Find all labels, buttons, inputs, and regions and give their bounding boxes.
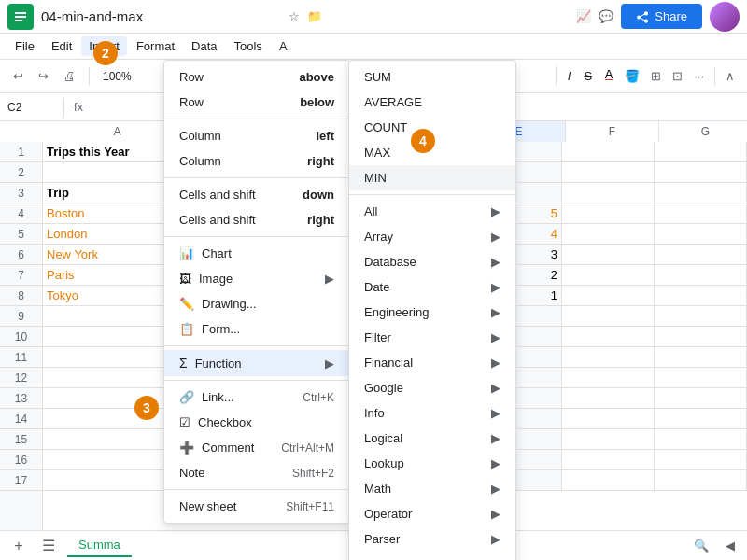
more-button[interactable]: ··· [689, 66, 709, 86]
cell-f7[interactable] [562, 265, 655, 286]
col-right-item[interactable]: Column right [164, 148, 349, 174]
image-item[interactable]: 🖼Image ▶ [164, 266, 349, 291]
cells-shift-right-item[interactable]: Cells and shift right [164, 207, 349, 232]
cell-g9[interactable] [655, 306, 747, 327]
collapse-toolbar-button[interactable]: ∧ [721, 66, 740, 86]
link-item[interactable]: 🔗Link... Ctrl+K [164, 385, 349, 410]
cells-shift-down-item[interactable]: Cells and shift down [164, 182, 349, 207]
form-item[interactable]: 📋Form... [164, 316, 349, 342]
drawing-item[interactable]: ✏️Drawing... [164, 291, 349, 316]
max-item[interactable]: MAX [349, 140, 515, 165]
cell-g10[interactable] [655, 327, 747, 347]
row-11: 11 [0, 347, 42, 368]
info-item[interactable]: Info▶ [349, 400, 515, 426]
cell-g1[interactable] [655, 142, 747, 162]
database-item[interactable]: Database▶ [349, 249, 515, 274]
cell-f1[interactable] [562, 142, 655, 162]
italic-button[interactable]: I [562, 66, 577, 86]
comment-icon[interactable]: 💬 [599, 9, 613, 23]
menu-sheets-button[interactable]: ☰ [37, 535, 60, 557]
arrow-icon: ▶ [491, 431, 500, 445]
menu-tools[interactable]: Tools [227, 36, 270, 56]
parser-item[interactable]: Parser▶ [349, 526, 515, 552]
row-4: 4 [0, 203, 42, 224]
cell-g5[interactable] [655, 224, 747, 245]
cell-reference[interactable]: C2 [7, 101, 54, 114]
google-item[interactable]: Google▶ [349, 375, 515, 400]
financial-item[interactable]: Financial▶ [349, 350, 515, 375]
cell-f4[interactable] [562, 203, 655, 224]
cell-g2[interactable] [655, 162, 747, 183]
print-button[interactable]: 🖨 [58, 65, 81, 87]
folder-icon[interactable]: 📁 [307, 9, 322, 23]
sum-item[interactable]: SUM [349, 64, 515, 90]
chart-icon[interactable]: 📈 [576, 9, 591, 23]
insert-dropdown[interactable]: Row above Row below Column left Column r… [163, 60, 350, 524]
max-label: MAX [364, 146, 390, 160]
lookup-item[interactable]: Lookup▶ [349, 451, 515, 476]
engineering-item[interactable]: Engineering▶ [349, 300, 515, 325]
menu-data[interactable]: Data [184, 36, 224, 56]
cell-g7[interactable] [655, 265, 747, 286]
cell-g6[interactable] [655, 245, 747, 265]
add-sheet-button[interactable]: + [7, 535, 30, 557]
arrow-icon: ▶ [491, 230, 500, 244]
comment-icon2: ➕ [179, 441, 194, 455]
array-item[interactable]: Array▶ [349, 224, 515, 249]
redo-button[interactable]: ↪ [33, 65, 54, 87]
count-label: COUNT [364, 120, 407, 134]
menu-file[interactable]: File [7, 36, 42, 56]
sep [164, 119, 349, 119]
undo-button[interactable]: ↩ [7, 65, 29, 87]
all-item[interactable]: All▶ [349, 199, 515, 224]
cell-g8[interactable] [655, 286, 747, 306]
cell-f5[interactable] [562, 224, 655, 245]
min-item[interactable]: MIN [349, 165, 515, 190]
sheet-tab-summa[interactable]: Summa [67, 534, 132, 557]
cell-f6[interactable] [562, 245, 655, 265]
star-icon[interactable]: ☆ [289, 9, 300, 23]
merge-button[interactable]: ⊡ [668, 66, 687, 86]
date-item[interactable]: Date▶ [349, 274, 515, 300]
zoom-level[interactable]: 100% [97, 68, 137, 85]
operator-item[interactable]: Operator▶ [349, 501, 515, 526]
scroll-left-button[interactable]: ◀ [721, 536, 740, 555]
borders-button[interactable]: ⊞ [646, 66, 666, 86]
cell-g4[interactable] [655, 203, 747, 224]
strikethrough-button[interactable]: S [578, 66, 598, 86]
note-item[interactable]: Note Shift+F2 [164, 460, 349, 485]
new-sheet-item[interactable]: New sheet Shift+F11 [164, 494, 349, 519]
cell-f9[interactable] [562, 306, 655, 327]
cell-f3[interactable] [562, 183, 655, 203]
comment-item[interactable]: ➕Comment Ctrl+Alt+M [164, 435, 349, 460]
share-button[interactable]: Share [621, 4, 702, 29]
cell-f10[interactable] [562, 327, 655, 347]
form-icon: 📋 [179, 322, 194, 336]
fill-color-button[interactable]: 🪣 [620, 66, 644, 86]
row-below-item[interactable]: Row below [164, 90, 349, 115]
cell-g3[interactable] [655, 183, 747, 203]
function-item[interactable]: ΣFunction ▶ [164, 350, 349, 376]
menu-insert[interactable]: Insert [81, 36, 127, 56]
menu-format[interactable]: Format [129, 36, 182, 56]
cell-f2[interactable] [562, 162, 655, 183]
cell-f8[interactable] [562, 286, 655, 306]
text-color-button[interactable]: A [599, 67, 618, 86]
checkbox-item[interactable]: ☑Checkbox [164, 410, 349, 435]
function-submenu[interactable]: SUM AVERAGE COUNT MAX MIN All▶ Array▶ Da… [348, 60, 516, 560]
math-item[interactable]: Math▶ [349, 476, 515, 501]
filter-item[interactable]: Filter▶ [349, 325, 515, 350]
menu-edit[interactable]: Edit [44, 36, 79, 56]
top-icons: 📈 💬 [576, 9, 613, 23]
statistical-item[interactable]: Statistical▶ [349, 552, 515, 560]
logical-item[interactable]: Logical▶ [349, 426, 515, 451]
chart-item[interactable]: 📊Chart [164, 241, 349, 266]
col-left-item[interactable]: Column left [164, 123, 349, 148]
sep2 [714, 67, 715, 86]
sep [164, 236, 349, 237]
average-item[interactable]: AVERAGE [349, 90, 515, 115]
count-item[interactable]: COUNT [349, 115, 515, 140]
menu-more[interactable]: A [272, 36, 295, 56]
row-above-item[interactable]: Row above [164, 64, 349, 90]
explore-button[interactable]: 🔍 [689, 536, 713, 555]
